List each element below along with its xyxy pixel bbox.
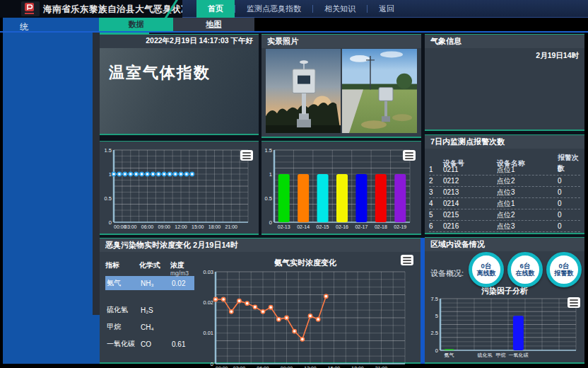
list-item[interactable]: 一氧化碳CO0.61 <box>105 337 194 351</box>
svg-text:0.02: 0.02 <box>203 299 213 306</box>
tab-underline <box>0 31 588 33</box>
table-row: 60216点位30 <box>429 221 580 232</box>
svg-text:1.5: 1.5 <box>105 147 112 154</box>
row-index: 1 <box>429 164 443 175</box>
odor-table-header: 指标 化学式 浓度mg/m3 <box>105 260 194 275</box>
chart-menu-icon[interactable] <box>401 255 413 265</box>
cell-device-id: 0214 <box>443 198 497 209</box>
device-overview-label: 设备概况: <box>430 268 464 279</box>
row-index: 2 <box>429 176 443 186</box>
greenhouse-chart-panel: 00.511.500:0003:0006:0009:0012:0015:0018… <box>100 141 259 235</box>
svg-text:02-16: 02-16 <box>336 224 348 229</box>
cell-alarm-count: 0 <box>558 187 580 197</box>
photos-panel: 实景照片 <box>261 34 421 138</box>
daily-odor-chart-panel: 00.511.502-1302-1402-1502-1602-1702-1802… <box>261 141 421 235</box>
svg-text:09:00: 09:00 <box>158 224 170 229</box>
svg-text:7.5: 7.5 <box>431 296 438 302</box>
list-item[interactable]: 硫化氢H₂S <box>105 303 194 317</box>
svg-text:02-18: 02-18 <box>375 224 387 229</box>
table-row: 50215点位20 <box>429 209 580 221</box>
cell-alarm-count: 0 <box>558 198 580 209</box>
nav-item-home[interactable]: 首页 <box>196 0 235 18</box>
row-index: 3 <box>429 187 443 197</box>
list-item[interactable]: 氨气NH₃0.02 <box>105 276 194 290</box>
svg-text:5: 5 <box>435 313 438 319</box>
cell-device-name: 点位1 <box>497 198 558 209</box>
header-indicator: 指标 <box>105 260 139 277</box>
header-concentration: 浓度mg/m3 <box>170 260 194 277</box>
sidebar-gap <box>93 33 100 315</box>
cell-indicator: 氨气 <box>107 278 141 288</box>
nav-item-back[interactable]: 返回 <box>368 0 406 18</box>
ammonia-realtime-chart[interactable]: 00.010.020.0300:0003:0006:0009:0012:0015… <box>197 266 413 368</box>
cell-indicator: 甲烷 <box>107 322 141 332</box>
table-row: 30213点位30 <box>429 187 580 198</box>
alarm-table-header: 设备号 设备名称 报警次数 <box>429 152 580 164</box>
device-panel-title: 区域内设备情况 <box>425 238 584 251</box>
svg-text:甲烷: 甲烷 <box>495 352 505 358</box>
alarm-rows: 10211点位1020212点位2030213点位3040214点位105021… <box>429 164 580 232</box>
stat-label: 在线数 <box>516 270 535 277</box>
svg-text:1: 1 <box>109 171 112 178</box>
chart-menu-icon[interactable] <box>240 150 253 161</box>
svg-text:0.01: 0.01 <box>203 330 213 336</box>
row-index: 6 <box>429 221 443 231</box>
greeting-panel: 2022年2月19日 14:17:03 下午好 温室气体指数 <box>100 34 259 135</box>
list-item[interactable]: 甲烷CH₄ <box>105 320 194 334</box>
greenhouse-index-chart[interactable]: 00.511.500:0003:0006:0009:0012:0015:0018… <box>101 144 254 231</box>
nav-item-knowledge[interactable]: 相关知识 <box>313 0 367 18</box>
odor-panel-title: 恶臭污染物实时浓度变化 2月19日14时 <box>100 238 421 252</box>
table-row: 20212点位20 <box>429 176 580 187</box>
photos-panel-title: 实景照片 <box>261 35 421 48</box>
pollution-factor-chart[interactable]: 02.557.5氨气硫化氢甲烷一氧化碳 <box>428 296 582 360</box>
cell-alarm-count: 0 <box>558 221 580 231</box>
svg-text:0: 0 <box>269 219 272 226</box>
chart-menu-icon[interactable] <box>403 150 416 161</box>
cell-device-name: 点位3 <box>497 187 558 197</box>
datetime-text: 2022年2月19日 14:17:03 下午好 <box>146 36 253 46</box>
cell-formula: CH₄ <box>141 323 172 331</box>
top-nav: 首页监测点恶臭指数相关知识返回 <box>182 0 588 18</box>
stat-label: 离线数 <box>477 270 496 277</box>
tab-data[interactable]: 数据 <box>99 18 173 31</box>
svg-text:0: 0 <box>435 347 438 354</box>
nav-item-odor-index[interactable]: 监测点恶臭指数 <box>235 0 312 18</box>
cell-formula: H₂S <box>141 306 172 314</box>
odor-rows: 氨气NH₃0.02硫化氢H₂S甲烷CH₄一氧化碳CO0.61 <box>105 276 194 351</box>
cell-alarm-count: 0 <box>558 164 580 175</box>
cell-formula: CO <box>141 340 172 348</box>
svg-text:0: 0 <box>109 219 112 226</box>
header-formula: 化学式 <box>139 260 170 277</box>
cell-device-id: 0211 <box>443 164 497 175</box>
svg-text:0.03: 0.03 <box>203 269 213 275</box>
cell-device-name: 点位3 <box>497 221 558 231</box>
unit-label: mg/m3 <box>170 270 194 277</box>
cell-device-id: 0216 <box>443 221 497 231</box>
tab-map[interactable]: 地图 <box>173 18 254 31</box>
svg-text:一氧化碳: 一氧化碳 <box>508 352 528 358</box>
top-bar: 海南省乐东黎族自治县大气恶臭状况实时发布系 首页监测点恶臭指数相关知识返回 <box>0 0 588 18</box>
device-stat-circles: 0台离线数6台在线数0台报警数 <box>469 252 582 287</box>
svg-text:02-14: 02-14 <box>297 224 310 229</box>
svg-text:18:00: 18:00 <box>208 224 221 229</box>
cell-indicator: 硫化氢 <box>107 305 141 315</box>
stat-count: 0台 <box>559 263 570 270</box>
daily-odor-index-chart[interactable]: 00.511.502-1302-1402-1502-1602-1702-1802… <box>263 144 417 231</box>
weather-panel: 气象信息 2月19日14时 <box>425 34 584 131</box>
svg-text:02-15: 02-15 <box>317 224 329 229</box>
cell-device-id: 0213 <box>443 187 497 197</box>
pollution-chart-title: 污染因子分析 <box>425 286 584 297</box>
svg-text:2.5: 2.5 <box>431 330 438 336</box>
weather-date: 2月19日14时 <box>536 51 579 61</box>
device-stat-circle: 6台在线数 <box>507 252 543 287</box>
odor-panel-body: 指标 化学式 浓度mg/m3 氨气NH₃0.02硫化氢H₂S甲烷CH₄一氧化碳C… <box>100 252 421 362</box>
cell-alarm-count: 0 <box>558 176 580 186</box>
cell-device-id: 0212 <box>443 176 497 186</box>
svg-text:02-17: 02-17 <box>355 224 368 229</box>
svg-text:硫化氢: 硫化氢 <box>477 352 493 358</box>
row-index: 5 <box>429 209 443 220</box>
photo-wrap <box>266 49 417 133</box>
svg-text:02-19: 02-19 <box>394 224 406 229</box>
chart-menu-icon[interactable] <box>568 297 580 308</box>
svg-text:03:00: 03:00 <box>124 224 137 229</box>
